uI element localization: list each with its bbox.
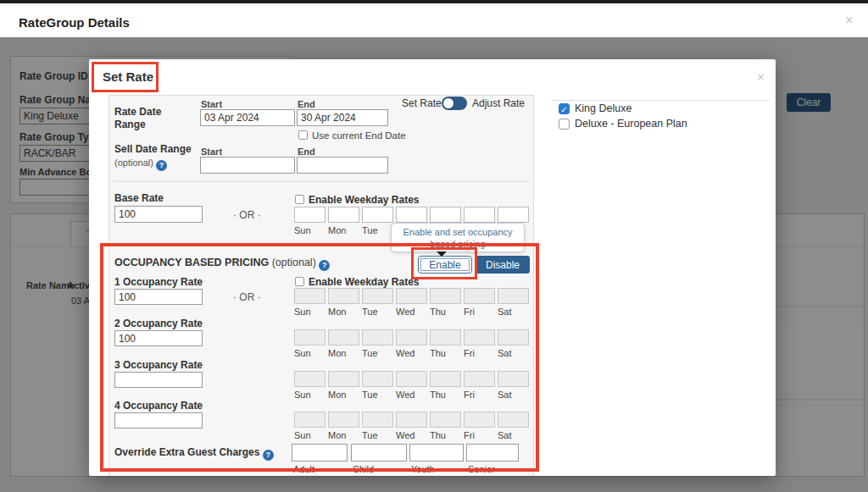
occupancy-enable-weekday-checkbox[interactable]	[295, 277, 304, 286]
occupancy-1-weekday-row: SunMonTueWedThuFriSat	[294, 288, 529, 317]
weekday-rate-input[interactable]	[430, 288, 461, 304]
rate-date-range-label: Rate Date Range	[114, 106, 195, 131]
weekday-rate-input[interactable]	[294, 288, 326, 304]
info-icon[interactable]: ?	[319, 260, 330, 271]
occupancy-rate-3-input[interactable]	[114, 372, 203, 388]
use-current-end-date-checkbox[interactable]	[298, 130, 308, 140]
occupancy-2-weekday-row: SunMonTueWedThuFriSat	[294, 329, 529, 358]
weekday-cell: Mon	[328, 288, 359, 317]
disable-button[interactable]: Disable	[476, 256, 530, 274]
weekday-rate-input[interactable]	[396, 329, 427, 346]
override-adult-label: Adult	[293, 464, 314, 474]
occupancy-optional-text: (optional)	[272, 257, 316, 268]
tooltip: Enable and set occupancy based pricing	[391, 223, 525, 252]
weekday-rate-input[interactable]	[464, 371, 495, 387]
rate-date-end-input[interactable]	[297, 109, 388, 126]
occupancy-rate-1-input[interactable]	[114, 289, 203, 305]
weekday-rate-input[interactable]	[328, 288, 359, 304]
weekday-rate-input[interactable]	[362, 288, 393, 304]
weekday-rate-input[interactable]	[328, 329, 359, 346]
base-rate-label: Base Rate	[114, 192, 164, 204]
base-rate-input[interactable]	[114, 206, 203, 223]
weekday-rate-input[interactable]	[464, 329, 495, 346]
info-icon[interactable]: ?	[263, 450, 274, 461]
sell-date-start-input[interactable]	[200, 157, 295, 174]
room-type-label: Deluxe - European Plan	[575, 118, 687, 130]
close-icon[interactable]: ×	[845, 13, 853, 28]
occupancy-enable-weekday-label: Enable Weekday Rates	[309, 276, 420, 288]
override-youth-input[interactable]	[409, 444, 464, 462]
enable-button[interactable]: Enable	[418, 256, 472, 274]
weekday-rate-input[interactable]	[430, 371, 461, 387]
occupancy-3-weekday-row: SunMonTueWedThuFriSat	[294, 371, 529, 400]
weekday-rate-input[interactable]	[498, 207, 529, 223]
weekday-rate-input[interactable]	[498, 371, 529, 387]
rate-date-start-input[interactable]	[200, 109, 295, 126]
checkbox-checked-icon[interactable]: ✓	[559, 103, 570, 114]
weekday-cell: Wed	[396, 329, 427, 358]
weekday-label: Mon	[328, 225, 359, 235]
weekday-rate-input[interactable]	[396, 371, 427, 387]
weekday-label: Sun	[294, 225, 326, 235]
weekday-rate-input[interactable]	[328, 371, 359, 387]
room-type-king-deluxe[interactable]: ✓ King Deluxe	[559, 102, 632, 114]
weekday-rate-input[interactable]	[464, 288, 495, 304]
weekday-rate-input[interactable]	[396, 288, 427, 304]
weekday-rate-input[interactable]	[328, 207, 359, 223]
base-enable-weekday-label: Enable Weekday Rates	[309, 194, 420, 206]
weekday-cell: Thu	[430, 288, 461, 317]
weekday-rate-input[interactable]	[430, 207, 461, 223]
occupancy-rate-2-input[interactable]	[114, 330, 203, 346]
weekday-rate-input[interactable]	[294, 207, 326, 223]
checkbox-unchecked-icon[interactable]	[559, 119, 570, 130]
weekday-rate-input[interactable]	[498, 288, 529, 304]
weekday-rate-input[interactable]	[362, 207, 393, 223]
weekday-rate-input[interactable]	[328, 412, 359, 428]
weekday-label: Thu	[430, 348, 461, 358]
modal-close-icon[interactable]: ×	[757, 69, 765, 84]
info-icon[interactable]: ?	[156, 160, 167, 171]
section-divider	[113, 180, 530, 182]
weekday-cell: Sat	[498, 329, 529, 358]
weekday-label: Wed	[396, 430, 427, 440]
weekday-label: Thu	[430, 307, 461, 317]
weekday-label: Sat	[498, 307, 529, 317]
weekday-rate-input[interactable]	[498, 329, 529, 346]
weekday-rate-input[interactable]	[362, 371, 393, 387]
weekday-cell: Sun	[294, 207, 326, 235]
weekday-rate-input[interactable]	[430, 412, 461, 428]
rate-date-end-label: End	[298, 99, 315, 109]
toggle-adjust-rate-label: Adjust Rate	[472, 97, 525, 109]
occupancy-heading: OCCUPANCY BASED PRICING (optional) ?	[114, 257, 330, 271]
weekday-rate-input[interactable]	[362, 329, 393, 346]
weekday-rate-input[interactable]	[498, 412, 529, 428]
override-senior-input[interactable]	[466, 444, 519, 462]
toggle-set-rate-label: Set Rate	[402, 97, 442, 109]
override-child-input[interactable]	[351, 444, 407, 462]
override-senior-label: Senior	[468, 464, 495, 474]
rate-date-start-label: Start	[201, 99, 222, 109]
room-type-deluxe-european[interactable]: Deluxe - European Plan	[559, 118, 687, 130]
weekday-cell: Tue	[362, 288, 393, 317]
weekday-rate-input[interactable]	[430, 329, 461, 346]
override-adult-input[interactable]	[292, 444, 348, 462]
override-label-text: Override Extra Guest Charges	[114, 446, 259, 458]
weekday-cell: Wed	[396, 412, 427, 440]
weekday-rate-input[interactable]	[396, 207, 427, 223]
occupancy-rate-4-input[interactable]	[114, 412, 203, 428]
base-enable-weekday-checkbox[interactable]	[295, 195, 304, 204]
sell-date-end-input[interactable]	[297, 157, 388, 174]
weekday-rate-input[interactable]	[294, 412, 326, 428]
weekday-cell: Fri	[464, 329, 495, 358]
or-separator: · OR ·	[233, 209, 261, 221]
weekday-cell: Fri	[464, 412, 495, 440]
weekday-rate-input[interactable]	[294, 371, 326, 387]
occupancy-rate-1-label: 1 Occupancy Rate	[114, 276, 203, 288]
weekday-rate-input[interactable]	[396, 412, 427, 428]
weekday-rate-input[interactable]	[362, 412, 393, 428]
set-adjust-toggle[interactable]	[442, 97, 467, 110]
weekday-rate-input[interactable]	[464, 207, 495, 223]
override-extra-guest-label: Override Extra Guest Charges ?	[114, 446, 274, 461]
weekday-rate-input[interactable]	[294, 329, 326, 346]
weekday-rate-input[interactable]	[464, 412, 495, 428]
